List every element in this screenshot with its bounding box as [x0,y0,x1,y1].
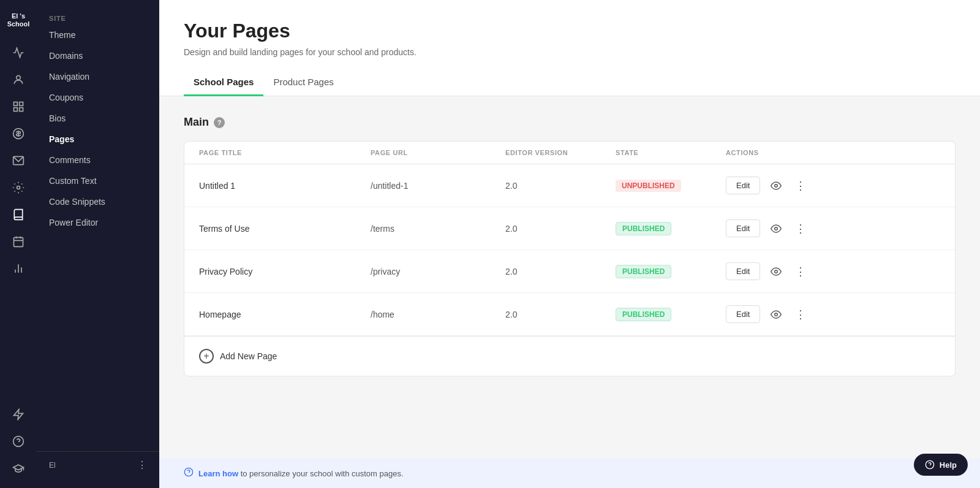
row3-more-button[interactable]: ⋮ [792,263,809,280]
sidebar-item-comments[interactable]: Comments [37,150,159,170]
row3-edit-button[interactable]: Edit [726,262,760,280]
row2-preview-button[interactable] [767,220,785,237]
content-area: Main ? PAGE TITLE PAGE URL EDITOR VERSIO… [159,96,980,459]
row1-preview-button[interactable] [767,177,785,194]
page-subtitle: Design and build landing pages for your … [184,47,956,57]
sidebar-more-icon[interactable]: ⋮ [137,459,147,471]
row4-more-button[interactable]: ⋮ [792,306,809,323]
sidebar-item-navigation-label: Navigation [49,72,89,82]
svg-rect-8 [14,238,23,247]
svg-rect-3 [14,108,18,112]
main-section-help-icon[interactable]: ? [214,117,225,128]
main-content: Your Pages Design and build landing page… [159,0,980,488]
row4-edit-button[interactable]: Edit [726,305,760,323]
sidebar: SITE Theme Domains Navigation Coupons Bi… [37,0,159,488]
bolt-icon[interactable] [6,402,31,427]
footer-link[interactable]: Learn how [198,469,238,478]
section-title: Main ? [184,116,956,129]
help-circle-icon[interactable] [6,429,31,454]
dashboard-icon[interactable] [6,94,31,119]
svg-point-19 [775,270,778,273]
svg-marker-15 [14,410,23,420]
row1-state: UNPUBLISHED [616,180,726,192]
sidebar-item-code-snippets-label: Code Snippets [49,197,105,207]
row4-badge: PUBLISHED [616,308,671,321]
tab-school-pages[interactable]: School Pages [184,69,263,96]
sidebar-item-code-snippets[interactable]: Code Snippets [37,191,159,212]
sidebar-item-custom-text[interactable]: Custom Text [37,170,159,191]
sidebar-item-power-editor[interactable]: Power Editor [37,212,159,233]
row2-title: Terms of Use [199,224,371,234]
sidebar-item-navigation[interactable]: Navigation [37,66,159,87]
help-button-label: Help [940,460,957,470]
row1-actions: Edit ⋮ [726,177,940,194]
help-button[interactable]: Help [914,454,968,476]
footer-bar: Learn how to personalize your school wit… [159,459,980,488]
row2-edit-button[interactable]: Edit [726,219,760,237]
svg-point-18 [775,227,778,230]
sidebar-user-label: El [49,461,56,470]
sidebar-item-theme[interactable]: Theme [37,25,159,45]
table-row: Privacy Policy /privacy 2.0 PUBLISHED Ed… [184,250,955,293]
sidebar-item-bios[interactable]: Bios [37,108,159,129]
row1-url: /untitled-1 [371,181,505,191]
sidebar-item-custom-text-label: Custom Text [49,176,97,186]
row2-state: PUBLISHED [616,222,726,235]
sidebar-item-coupons[interactable]: Coupons [37,87,159,108]
row4-version: 2.0 [505,310,616,319]
row2-url: /terms [371,224,505,234]
col-page-title: PAGE TITLE [199,149,371,156]
row4-preview-button[interactable] [767,306,785,323]
sidebar-item-bios-label: Bios [49,113,66,123]
table-header: PAGE TITLE PAGE URL EDITOR VERSION STATE… [184,142,955,164]
svg-point-7 [17,186,20,189]
col-state: STATE [616,149,726,156]
tabs: School Pages Product Pages [184,69,956,96]
school-icon[interactable] [6,456,31,481]
col-actions: ACTIONS [726,149,940,156]
row4-title: Homepage [199,310,371,319]
svg-point-0 [17,76,21,80]
row1-more-button[interactable]: ⋮ [792,177,809,194]
pages-icon[interactable] [6,202,31,227]
sidebar-item-pages[interactable]: Pages [37,129,159,150]
row4-actions: Edit ⋮ [726,305,940,323]
footer-text: Learn how to personalize your school wit… [198,469,404,478]
row1-edit-button[interactable]: Edit [726,177,760,194]
revenue-icon[interactable] [6,121,31,146]
svg-point-17 [775,184,778,187]
sidebar-section-label: SITE [37,10,159,25]
sidebar-item-theme-label: Theme [49,30,76,40]
add-circle-icon: + [199,349,214,364]
app-school-name: El 's School [0,7,37,38]
row3-preview-button[interactable] [767,263,785,280]
svg-point-20 [775,313,778,316]
tab-product-pages[interactable]: Product Pages [263,69,343,96]
settings-icon[interactable] [6,175,31,200]
row2-more-button[interactable]: ⋮ [792,220,809,237]
icon-strip: El 's School [0,0,37,488]
row3-url: /privacy [371,267,505,276]
svg-rect-1 [14,102,18,106]
sidebar-item-domains-label: Domains [49,51,83,61]
page-header: Your Pages Design and build landing page… [159,0,980,96]
row2-version: 2.0 [505,224,616,234]
table-row: Terms of Use /terms 2.0 PUBLISHED Edit ⋮ [184,207,955,250]
row4-state: PUBLISHED [616,308,726,321]
row3-title: Privacy Policy [199,267,371,276]
col-page-url: PAGE URL [371,149,505,156]
sidebar-item-pages-label: Pages [49,134,74,144]
email-icon[interactable] [6,148,31,173]
reports-icon[interactable] [6,256,31,281]
row1-version: 2.0 [505,181,616,191]
users-icon[interactable] [6,67,31,92]
footer-help-icon [184,467,194,479]
analytics-icon[interactable] [6,40,31,65]
add-new-page-row[interactable]: + Add New Page [184,336,955,376]
sidebar-item-coupons-label: Coupons [49,93,83,102]
row3-actions: Edit ⋮ [726,262,940,280]
calendar-icon[interactable] [6,229,31,254]
sidebar-item-domains[interactable]: Domains [37,45,159,66]
row3-badge: PUBLISHED [616,265,671,278]
svg-rect-4 [20,108,23,112]
